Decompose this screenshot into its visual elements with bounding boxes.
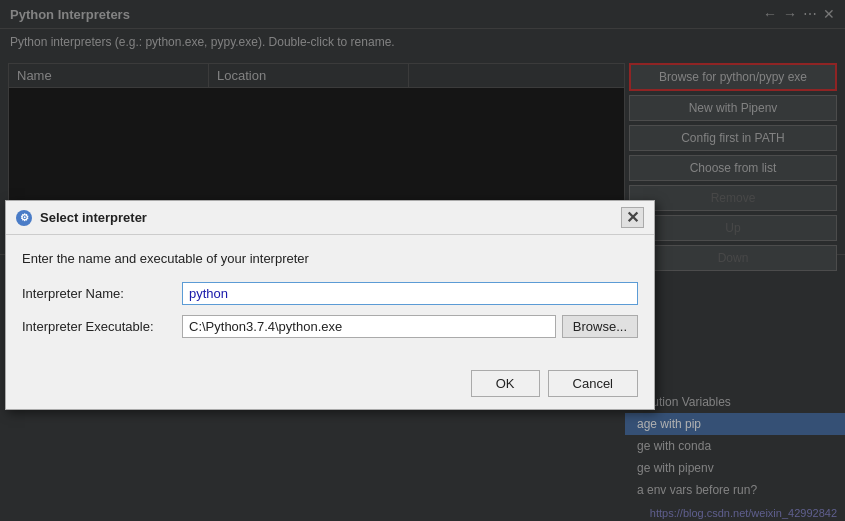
interpreter-name-label: Interpreter Name: xyxy=(22,286,182,301)
main-panel: Python Interpreters ← → ⋯ ✕ Python inter… xyxy=(0,0,845,521)
dialog-title-bar: ⚙ Select interpreter ✕ xyxy=(6,201,654,235)
interpreter-executable-row: Interpreter Executable: Browse... xyxy=(22,315,638,338)
interpreter-name-row: Interpreter Name: xyxy=(22,282,638,305)
dialog-title-content: ⚙ Select interpreter xyxy=(16,210,147,226)
interpreter-executable-label: Interpreter Executable: xyxy=(22,319,182,334)
dialog-body: Enter the name and executable of your in… xyxy=(6,235,654,360)
interpreter-executable-input[interactable] xyxy=(182,315,556,338)
dialog-close-button[interactable]: ✕ xyxy=(621,207,644,228)
dialog-description: Enter the name and executable of your in… xyxy=(22,251,638,266)
dialog-icon: ⚙ xyxy=(16,210,32,226)
select-interpreter-dialog: ⚙ Select interpreter ✕ Enter the name an… xyxy=(5,200,655,410)
ok-button[interactable]: OK xyxy=(471,370,540,397)
dialog-footer: OK Cancel xyxy=(6,360,654,409)
cancel-button[interactable]: Cancel xyxy=(548,370,638,397)
interpreter-name-input[interactable] xyxy=(182,282,638,305)
dialog-title-text: Select interpreter xyxy=(40,210,147,225)
browse-executable-button[interactable]: Browse... xyxy=(562,315,638,338)
